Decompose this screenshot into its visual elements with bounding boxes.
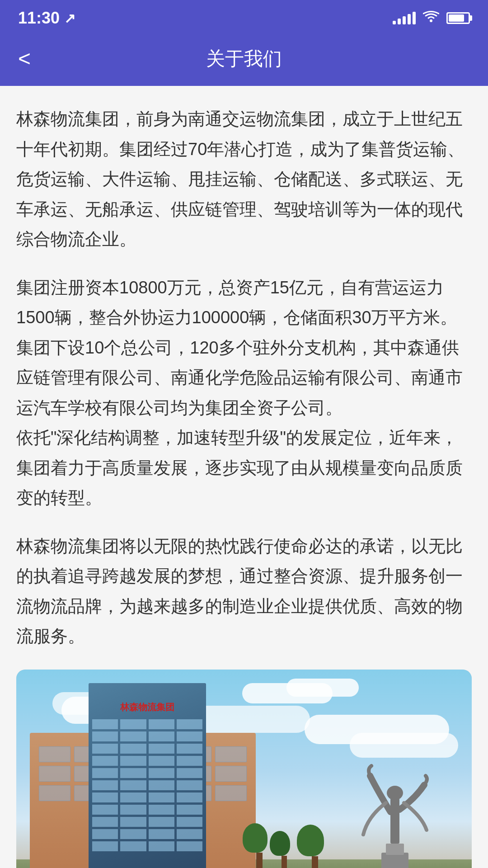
paragraph-3: 林森物流集团将以无限的热忱践行使命必达的承诺，以无比的执着追寻跨越发展的梦想，通… [16, 531, 472, 651]
nav-bar: < 关于我们 [0, 36, 488, 86]
signal-icon [393, 12, 416, 24]
tree-2 [278, 831, 290, 868]
building-image: 林森物流集团 [16, 670, 472, 868]
svg-rect-3 [390, 798, 399, 844]
back-button[interactable]: < [18, 48, 31, 70]
time-display: 11:30 [18, 9, 60, 28]
svg-rect-2 [386, 844, 404, 855]
page-title: 关于我们 [206, 46, 282, 71]
location-arrow-icon: ↗ [64, 10, 75, 26]
svg-point-0 [430, 19, 432, 22]
cloud-4 [286, 679, 359, 697]
wifi-icon [423, 10, 439, 26]
svg-rect-1 [381, 853, 408, 868]
building-scene: 林森物流集团 [16, 670, 472, 868]
building-sign: 林森物流集团 [120, 701, 174, 713]
battery-icon [446, 12, 470, 24]
paragraph-2: 集团注册资本10800万元，总资产15亿元，自有营运运力1500辆，整合外协运力… [16, 273, 472, 513]
tree-1 [251, 823, 267, 868]
sculpture-svg [345, 726, 445, 868]
glass-tower: 林森物流集团 [89, 683, 206, 868]
status-icons [393, 10, 470, 26]
svg-point-4 [387, 786, 403, 800]
status-time: 11:30 ↗ [18, 9, 75, 28]
status-bar: 11:30 ↗ [0, 0, 488, 36]
paragraph-1: 林森物流集团，前身为南通交运物流集团，成立于上世纪五十年代初期。集团经过70年潜… [16, 104, 472, 255]
tree-3 [305, 825, 324, 868]
page-content: 林森物流集团，前身为南通交运物流集团，成立于上世纪五十年代初期。集团经过70年潜… [0, 86, 488, 868]
